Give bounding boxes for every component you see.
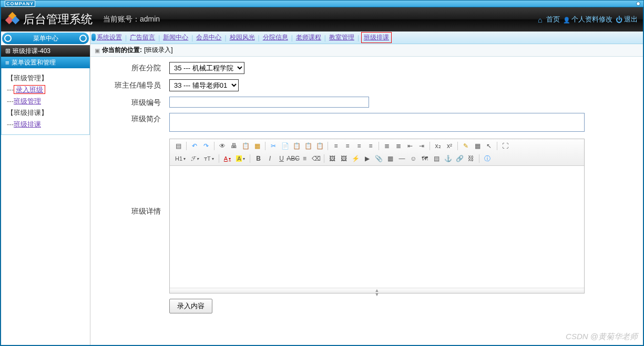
forecolor-dropdown[interactable]: A [222, 155, 233, 162]
sidebar-item[interactable]: ---录入班级 [7, 85, 84, 95]
college-select[interactable]: 35 --- 机械工程学院 [169, 62, 244, 74]
superscript-icon[interactable]: x² [444, 141, 455, 151]
sidebar-header: 菜单中心 [2, 33, 89, 44]
removeformat-icon[interactable]: ⌫ [311, 153, 321, 164]
profile-link[interactable]: 个人资料修改 [563, 15, 612, 24]
window-control-icon[interactable] [636, 2, 640, 6]
grid-icon [5, 47, 11, 55]
tab-1[interactable]: 广告留言 [129, 33, 156, 42]
editor-resize-handle[interactable]: ▲▼ [170, 288, 584, 293]
sidebar-group-title: 【班级管理】 [7, 74, 84, 83]
backcolor-dropdown[interactable]: A [234, 155, 247, 162]
paste-text-icon[interactable]: 📋 [303, 141, 313, 151]
sidebar-section-header: 菜单设置和管理 [1, 57, 90, 68]
home-link[interactable]: 首页 [538, 15, 560, 24]
window-chrome-top: COMPANY [0, 0, 644, 7]
sidebar-item[interactable]: ---班级管理 [7, 97, 84, 106]
table-icon[interactable]: ▦ [385, 153, 395, 164]
tab-0[interactable]: 系统设置 [96, 33, 123, 42]
rich-editor: ▤ ↶ ↷ 👁 🖶 📋 ▦ ✂ 📄 📋 📋 📋 ≡ [169, 139, 585, 293]
list-ol-icon[interactable]: ≣ [382, 141, 392, 151]
map-icon[interactable]: 🗺 [420, 153, 430, 164]
paste-word-icon[interactable]: 📋 [314, 141, 325, 151]
fullscreen-icon[interactable]: ⛶ [500, 141, 510, 151]
select-all-icon[interactable]: ↖ [484, 141, 494, 151]
underline-icon[interactable]: U [276, 153, 287, 164]
indent-icon[interactable]: ⇥ [416, 141, 427, 151]
link-icon[interactable]: 🔗 [454, 153, 465, 164]
cut-icon[interactable]: ✂ [268, 141, 279, 151]
code-block-icon[interactable]: ▤ [431, 153, 442, 164]
strike-icon[interactable]: ABC [288, 153, 298, 164]
clear-format-icon[interactable]: ✎ [461, 141, 471, 151]
list-ul-icon[interactable]: ≣ [393, 141, 404, 151]
tab-6[interactable]: 老师课程 [295, 33, 322, 42]
flash-icon[interactable]: ⚡ [350, 153, 361, 164]
class-no-input[interactable] [169, 97, 369, 108]
redo-icon[interactable]: ↷ [201, 141, 211, 151]
code-icon[interactable]: ▦ [252, 141, 262, 151]
align-justify-icon[interactable]: ≡ [365, 141, 376, 151]
tab-5[interactable]: 分院信息 [262, 33, 289, 42]
file-icon[interactable]: 📎 [373, 153, 384, 164]
label-college: 所在分院 [101, 62, 169, 73]
preview-icon[interactable]: 👁 [217, 141, 228, 151]
italic-icon[interactable]: I [264, 153, 275, 164]
system-title: 后台管理系统 [23, 12, 93, 27]
lineheight-icon[interactable]: ≡ [299, 153, 310, 164]
print-icon[interactable]: 🖶 [229, 141, 239, 151]
align-center-icon[interactable]: ≡ [342, 141, 353, 151]
class-brief-textarea[interactable] [169, 113, 585, 132]
logout-link[interactable]: 退出 [616, 15, 638, 24]
power-icon [616, 16, 623, 23]
tab-8[interactable]: 班级排课 [361, 32, 392, 43]
location-icon [95, 47, 100, 54]
template-icon[interactable]: 📋 [240, 141, 251, 151]
app-header: 后台管理系统 当前账号：admin 首页 个人资料修改 退出 [0, 7, 644, 32]
logo-icon [6, 13, 19, 26]
unlink-icon[interactable]: ⛓ [466, 153, 476, 164]
outdent-icon[interactable]: ⇤ [405, 141, 415, 151]
company-badge: COMPANY [5, 1, 35, 7]
tab-4[interactable]: 校园风光 [229, 33, 256, 42]
heading-dropdown[interactable]: H1 [173, 155, 188, 162]
sidebar: 菜单中心 班级排课-403 菜单设置和管理 【班级管理】---录入班级---班级… [1, 32, 90, 345]
tab-7[interactable]: 教室管理 [328, 33, 355, 42]
breadcrumb: 你当前的位置: [班级录入] [90, 44, 643, 57]
bold-icon[interactable]: B [253, 153, 263, 164]
label-headteacher: 班主任/辅导员 [101, 79, 169, 90]
editor-toolbar: ▤ ↶ ↷ 👁 🖶 📋 ▦ ✂ 📄 📋 📋 📋 ≡ [170, 139, 584, 166]
user-icon [563, 16, 570, 23]
image-icon[interactable]: 🖼 [327, 153, 338, 164]
emoji-icon[interactable]: ☺ [408, 153, 418, 164]
anchor-icon[interactable]: ⚓ [443, 153, 453, 164]
fontsize-dropdown[interactable]: ᴛT [202, 155, 216, 162]
form-area: 所在分院 35 --- 机械工程学院 班主任/辅导员 33 --- 辅导老师01… [90, 57, 643, 345]
subscript-icon[interactable]: x₂ [433, 141, 443, 151]
label-class-no: 班级编号 [101, 97, 169, 108]
headteacher-select[interactable]: 33 --- 辅导老师01 [169, 79, 239, 91]
about-icon[interactable]: ⓘ [482, 153, 493, 164]
tab-3[interactable]: 会员中心 [195, 33, 222, 42]
quickformat-icon[interactable]: ▦ [472, 141, 483, 151]
fontfamily-dropdown[interactable]: ℱ [189, 155, 201, 162]
paste-icon[interactable]: 📋 [291, 141, 302, 151]
source-icon[interactable]: ▤ [173, 141, 183, 151]
editor-body[interactable] [170, 166, 584, 288]
label-class-detail: 班级详情 [101, 139, 169, 216]
align-left-icon[interactable]: ≡ [331, 141, 341, 151]
sidebar-group-title: 【班级排课】 [7, 108, 84, 118]
submit-button[interactable]: 录入内容 [169, 299, 212, 313]
hr-icon[interactable]: — [396, 153, 407, 164]
align-right-icon[interactable]: ≡ [354, 141, 364, 151]
copy-icon[interactable]: 📄 [280, 141, 290, 151]
list-icon [5, 59, 9, 67]
undo-icon[interactable]: ↶ [189, 141, 200, 151]
multiimage-icon[interactable]: 🖼 [339, 153, 349, 164]
media-icon[interactable]: ▶ [362, 153, 372, 164]
label-class-brief: 班级简介 [101, 113, 169, 124]
sidebar-item[interactable]: ---班级排课 [7, 120, 84, 129]
tab-2[interactable]: 新闻中心 [162, 33, 189, 42]
top-tabs: 系统设置|广告留言|新闻中心|会员中心|校园风光|分院信息|老师课程|教室管理|… [90, 32, 643, 44]
current-account: 当前账号：admin [103, 15, 160, 24]
